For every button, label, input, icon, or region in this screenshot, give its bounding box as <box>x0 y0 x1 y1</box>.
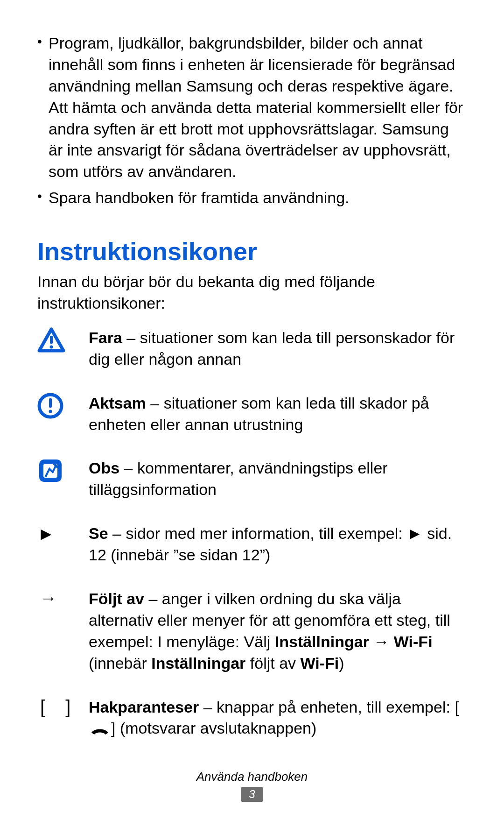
svg-point-4 <box>49 410 52 413</box>
brackets-icon: [ ] <box>37 697 78 718</box>
intro-text: Innan du börjar bör du bekanta dig med f… <box>37 271 467 314</box>
page-number: 3 <box>241 787 262 802</box>
fara-desc: – situationer som kan leda till personsk… <box>89 329 455 368</box>
play-triangle-icon: ► <box>37 523 55 544</box>
row-se: ► Se – sidor med mer information, till e… <box>37 523 467 588</box>
aktsam-text: Aktsam – situationer som kan leda till s… <box>89 393 467 458</box>
icon-definitions: Fara – situationer som kan leda till per… <box>37 327 467 762</box>
bullet-item: Program, ljudkällor, bakgrundsbilder, bi… <box>49 33 467 183</box>
hak-text: Hakparanteser – knappar på enheten, till… <box>89 697 467 762</box>
svg-rect-3 <box>49 398 52 408</box>
warning-triangle-icon <box>37 327 89 353</box>
foljt-label: Följt av <box>89 590 144 608</box>
row-foljt: → Följt av – anger i vilken ordning du s… <box>37 588 467 697</box>
obs-desc: – kommentarer, användningstips eller til… <box>89 459 388 498</box>
row-hakparanteser: [ ] Hakparanteser – knappar på enheten, … <box>37 697 467 762</box>
obs-label: Obs <box>89 459 119 477</box>
note-icon <box>37 458 89 484</box>
page-footer: Använda handboken 3 <box>0 770 504 802</box>
end-call-icon <box>90 726 110 736</box>
content: Program, ljudkällor, bakgrundsbilder, bi… <box>37 33 467 762</box>
page: Program, ljudkällor, bakgrundsbilder, bi… <box>0 0 504 827</box>
se-text: Se – sidor med mer information, till exe… <box>89 523 467 588</box>
obs-text: Obs – kommentarer, användningstips eller… <box>89 458 467 523</box>
svg-point-1 <box>50 345 53 348</box>
se-label: Se <box>89 524 108 542</box>
fara-text: Fara – situationer som kan leda till per… <box>89 327 467 393</box>
bullet-list: Program, ljudkällor, bakgrundsbilder, bi… <box>37 33 467 209</box>
warning-circle-icon <box>37 393 89 419</box>
bullet-item: Spara handboken för framtida användning. <box>49 187 467 209</box>
hak-label: Hakparanteser <box>89 698 199 716</box>
arrow-right-icon: → <box>37 588 57 608</box>
row-fara: Fara – situationer som kan leda till per… <box>37 327 467 393</box>
section-heading: Instruktionsikoner <box>37 237 467 266</box>
row-aktsam: Aktsam – situationer som kan leda till s… <box>37 393 467 458</box>
aktsam-label: Aktsam <box>89 394 146 412</box>
footer-title: Använda handboken <box>0 770 504 784</box>
svg-rect-0 <box>50 336 53 344</box>
se-desc: – sidor med mer information, till exempe… <box>89 524 452 564</box>
row-obs: Obs – kommentarer, användningstips eller… <box>37 458 467 523</box>
fara-label: Fara <box>89 329 122 346</box>
foljt-text: Följt av – anger i vilken ordning du ska… <box>89 588 467 697</box>
